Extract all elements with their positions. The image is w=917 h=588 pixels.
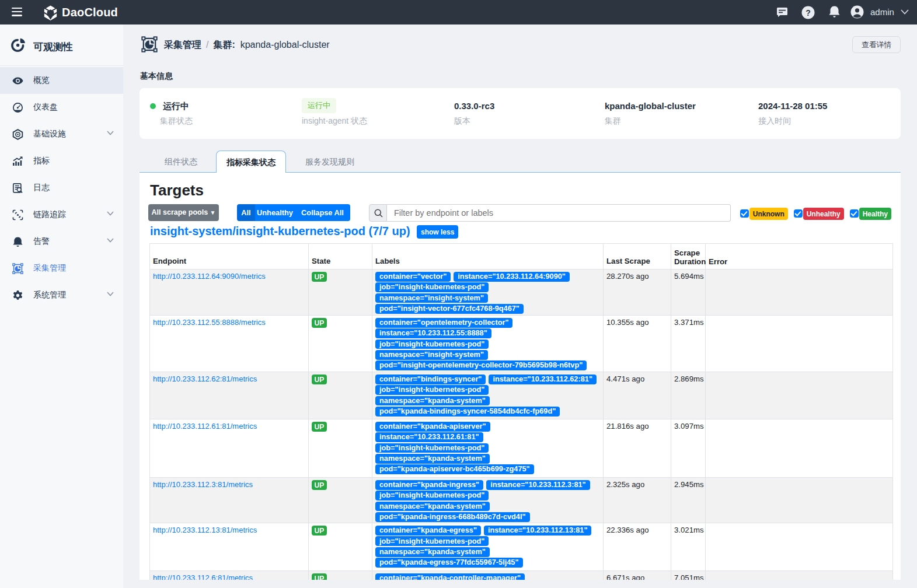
svg-text:?: ? <box>806 8 811 18</box>
